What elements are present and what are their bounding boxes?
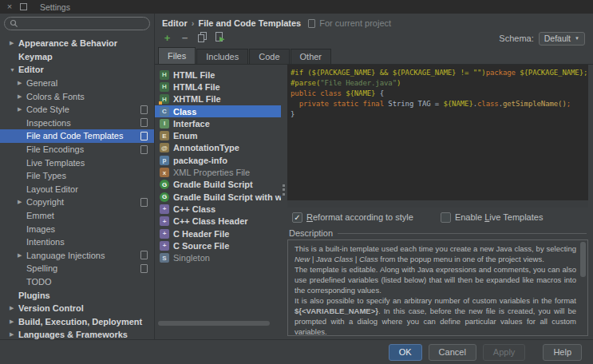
sidebar-item-language-injections[interactable]: ▶Language Injections bbox=[0, 249, 154, 263]
project-level-icon bbox=[140, 118, 148, 127]
sidebar-item-label: Live Templates bbox=[26, 158, 85, 168]
sidebar-item-label: Colors & Fonts bbox=[26, 92, 85, 101]
project-level-icon bbox=[140, 251, 148, 259]
sidebar-item-layout-editor[interactable]: Layout Editor bbox=[0, 183, 154, 196]
chevron-right-icon[interactable]: ▶ bbox=[18, 106, 26, 113]
sidebar-item-version-control[interactable]: ▶Version Control bbox=[0, 302, 154, 315]
tab-other[interactable]: Other bbox=[291, 49, 332, 64]
window-title: Settings bbox=[40, 2, 70, 12]
copy-template-button[interactable] bbox=[197, 32, 208, 45]
sidebar-item-colors-fonts[interactable]: ▶Colors & Fonts bbox=[0, 89, 154, 103]
sidebar-item-images[interactable]: Images bbox=[0, 222, 154, 235]
chevron-right-icon[interactable]: ▶ bbox=[10, 331, 18, 338]
code-line: #parse("File Header.java") bbox=[291, 78, 585, 89]
schema-select[interactable]: Default ▼ bbox=[539, 32, 585, 46]
reset-to-default-button[interactable] bbox=[215, 32, 225, 45]
sidebar-item-label: Language Injections bbox=[26, 251, 105, 260]
settings-search-field[interactable] bbox=[4, 17, 150, 30]
chevron-right-icon[interactable]: ▶ bbox=[18, 93, 26, 100]
options-row: ✓ Reformat according to style Enable Liv… bbox=[287, 208, 588, 227]
sidebar-item-general[interactable]: ▶General bbox=[0, 77, 154, 90]
sidebar-item-build-execution-deployment[interactable]: ▶Build, Execution, Deployment bbox=[0, 315, 154, 328]
sidebar-item-todo[interactable]: TODO bbox=[0, 275, 154, 289]
chevron-right-icon[interactable]: ▶ bbox=[18, 199, 26, 205]
template-item-package-info[interactable]: ppackage-info bbox=[155, 154, 281, 166]
remove-template-button[interactable]: − bbox=[180, 33, 190, 44]
sidebar-item-label: Inspections bbox=[26, 118, 71, 128]
sidebar-item-copyright[interactable]: ▶Copyright bbox=[0, 196, 154, 209]
close-icon[interactable]: × bbox=[5, 0, 14, 14]
chevron-right-icon[interactable]: ▶ bbox=[10, 305, 18, 311]
template-item-enum[interactable]: EEnum bbox=[155, 129, 281, 141]
template-item-c-source-file[interactable]: +C Source File bbox=[155, 239, 281, 251]
chevron-right-icon[interactable]: ▶ bbox=[10, 40, 18, 46]
sidebar-item-plugins[interactable]: Plugins bbox=[0, 288, 154, 302]
sidebar-item-code-style[interactable]: ▶Code Style bbox=[0, 103, 154, 117]
reformat-checkbox[interactable]: ✓ Reformat according to style bbox=[292, 212, 413, 223]
template-item-annotationtype[interactable]: @AnnotationType bbox=[155, 142, 281, 154]
sidebar-item-live-templates[interactable]: Live Templates bbox=[0, 156, 154, 169]
sidebar-item-emmet[interactable]: Emmet bbox=[0, 209, 154, 223]
template-item-xhtml-file[interactable]: HXHTML File bbox=[155, 93, 281, 105]
description-panel: This is a built-in template used each ti… bbox=[287, 239, 588, 336]
tab-files[interactable]: Files bbox=[158, 47, 196, 64]
template-item-c-class[interactable]: +C++ Class bbox=[155, 203, 281, 215]
description-label: Description bbox=[289, 228, 333, 238]
template-list: HHTML FileHHTML4 FileHXHTML FileCClassII… bbox=[155, 65, 281, 339]
tab-includes[interactable]: Includes bbox=[196, 49, 248, 64]
code-line: #if (${PACKAGE_NAME} && ${PACKAGE_NAME} … bbox=[291, 68, 585, 78]
package-icon: p bbox=[160, 156, 169, 165]
template-item-xml-properties-file[interactable]: xXML Properties File bbox=[155, 166, 281, 178]
sidebar-item-file-types[interactable]: File Types bbox=[0, 169, 154, 183]
template-item-singleton[interactable]: SSingleton bbox=[155, 251, 281, 263]
apply-button[interactable]: Apply bbox=[483, 344, 526, 361]
project-level-icon bbox=[140, 132, 148, 140]
sidebar-item-appearance-behavior[interactable]: ▶Appearance & Behavior bbox=[0, 37, 154, 50]
search-input[interactable] bbox=[22, 18, 144, 30]
breadcrumb-editor[interactable]: Editor bbox=[162, 18, 188, 28]
sidebar-item-spelling[interactable]: Spelling bbox=[0, 262, 154, 275]
splitter[interactable] bbox=[281, 65, 287, 339]
add-template-button[interactable]: + bbox=[162, 33, 172, 44]
template-item-gradle-build-script[interactable]: GGradle Build Script bbox=[155, 179, 281, 191]
sidebar-item-languages-frameworks[interactable]: ▶Languages & Frameworks bbox=[0, 328, 154, 339]
enum-icon: E bbox=[160, 131, 169, 140]
template-item-c-class-header[interactable]: +C++ Class Header bbox=[155, 216, 281, 228]
reset-to-default-icon bbox=[215, 32, 225, 42]
list-horizontal-scrollbar[interactable] bbox=[158, 321, 270, 326]
maximize-icon[interactable] bbox=[20, 3, 27, 10]
template-item-c-header-file[interactable]: +C Header File bbox=[155, 228, 281, 239]
template-item-html4-file[interactable]: HHTML4 File bbox=[155, 81, 281, 93]
sidebar-item-keymap[interactable]: Keymap bbox=[0, 50, 154, 64]
sidebar-item-file-and-code-templates[interactable]: File and Code Templates bbox=[0, 129, 154, 143]
chevron-down-icon[interactable]: ▼ bbox=[10, 67, 18, 73]
settings-content: Editor › File and Code Templates For cur… bbox=[155, 14, 593, 339]
description-scrollbar[interactable] bbox=[580, 242, 586, 277]
chevron-right-icon[interactable]: ▶ bbox=[18, 80, 26, 86]
template-item-label: Gradle Build Script bbox=[173, 180, 253, 189]
template-item-interface[interactable]: IInterface bbox=[155, 117, 281, 129]
chevron-right-icon[interactable]: ▶ bbox=[18, 252, 26, 259]
sidebar-item-file-encodings[interactable]: File Encodings bbox=[0, 143, 154, 156]
template-item-label: Singleton bbox=[173, 253, 210, 263]
template-item-gradle-build-script-with-wrap[interactable]: GGradle Build Script with wrap bbox=[155, 191, 281, 203]
sidebar-item-editor[interactable]: ▼Editor bbox=[0, 63, 154, 77]
help-button[interactable]: Help bbox=[543, 344, 582, 361]
singleton-icon: S bbox=[160, 253, 169, 263]
sidebar-item-inspections[interactable]: Inspections bbox=[0, 117, 154, 130]
dialog-footer: OK Cancel Apply Help bbox=[0, 339, 593, 364]
live-templates-checkbox[interactable]: Enable Live Templates bbox=[441, 212, 544, 223]
template-item-html-file[interactable]: HHTML File bbox=[155, 69, 281, 81]
template-item-label: HTML File bbox=[173, 70, 215, 80]
chevron-right-icon[interactable]: ▶ bbox=[10, 318, 18, 325]
tab-code[interactable]: Code bbox=[249, 49, 289, 64]
sidebar-item-label: General bbox=[26, 78, 57, 88]
ok-button[interactable]: OK bbox=[389, 344, 422, 361]
template-editor[interactable]: #if (${PACKAGE_NAME} && ${PACKAGE_NAME} … bbox=[287, 65, 588, 208]
template-item-label: C++ Class Header bbox=[173, 216, 248, 226]
template-item-class[interactable]: CClass bbox=[155, 105, 281, 117]
cancel-button[interactable]: Cancel bbox=[429, 344, 476, 361]
sidebar-item-label: Intentions bbox=[26, 237, 65, 247]
template-item-label: XHTML File bbox=[173, 94, 221, 104]
sidebar-item-intentions[interactable]: Intentions bbox=[0, 235, 154, 249]
